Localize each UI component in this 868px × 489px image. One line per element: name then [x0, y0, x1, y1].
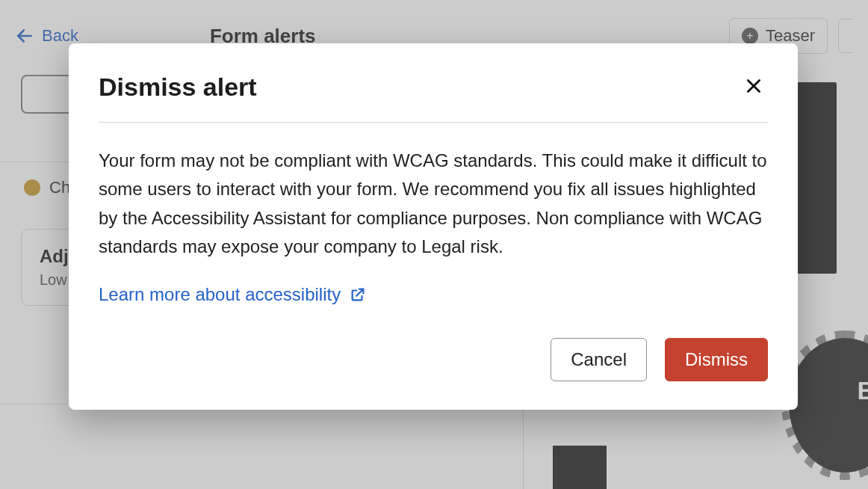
dialog-divider [99, 122, 768, 123]
cancel-button[interactable]: Cancel [551, 338, 647, 381]
dismiss-alert-dialog: Dismiss alert Your form may not be compl… [69, 43, 798, 410]
dialog-title: Dismiss alert [99, 73, 257, 102]
dialog-body-text: Your form may not be compliant with WCAG… [99, 147, 768, 262]
learn-more-label: Learn more about accessibility [99, 284, 341, 305]
dialog-actions: Cancel Dismiss [99, 338, 768, 381]
dismiss-button[interactable]: Dismiss [665, 338, 768, 381]
close-icon [744, 76, 763, 96]
dialog-header: Dismiss alert [99, 72, 768, 102]
external-link-icon [350, 286, 366, 303]
close-button[interactable] [740, 72, 768, 102]
learn-more-link[interactable]: Learn more about accessibility [99, 284, 366, 305]
